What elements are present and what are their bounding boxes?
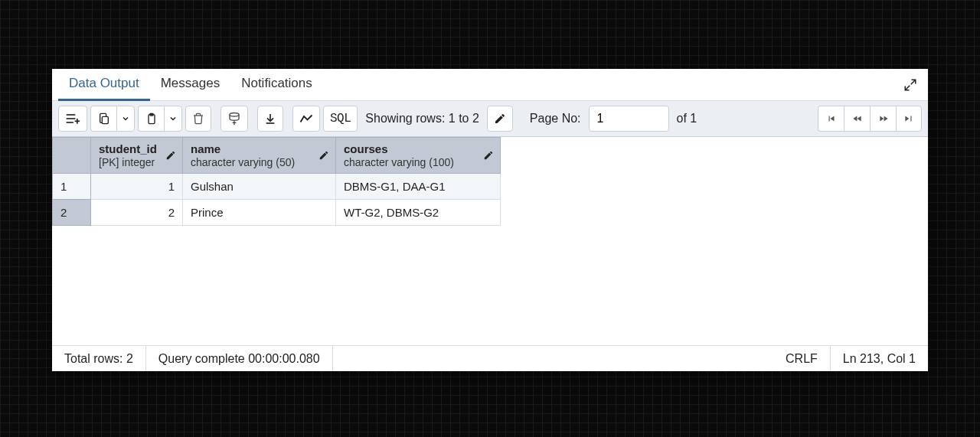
column-name: courses: [344, 142, 492, 155]
line-ending-status[interactable]: CRLF: [773, 346, 831, 371]
tab-notifications[interactable]: Notifications: [230, 68, 323, 101]
status-bar: Total rows: 2 Query complete 00:00:00.08…: [52, 345, 928, 371]
trash-icon: [192, 112, 204, 126]
expand-panel-button[interactable]: [900, 75, 920, 95]
table-row[interactable]: 1 1 Gulshan DBMS-G1, DAA-G1: [53, 174, 501, 200]
expand-icon: [903, 78, 917, 92]
download-icon: [264, 112, 276, 126]
pencil-icon: [483, 150, 494, 161]
cell-courses[interactable]: DBMS-G1, DAA-G1: [336, 174, 501, 200]
first-page-icon: [825, 113, 838, 124]
row-number[interactable]: 1: [53, 174, 91, 200]
column-header-courses[interactable]: courses character varying (100): [336, 138, 501, 174]
last-page-icon: [903, 113, 915, 124]
copy-button[interactable]: [90, 106, 116, 132]
svg-point-8: [230, 113, 239, 117]
column-type: character varying (50): [191, 156, 295, 168]
cell-name[interactable]: Gulshan: [183, 174, 336, 200]
last-page-button[interactable]: [896, 106, 922, 132]
paste-icon: [145, 112, 158, 126]
tab-data-output[interactable]: Data Output: [58, 68, 150, 101]
output-panel: Data Output Messages Notifications: [52, 69, 928, 371]
page-no-input[interactable]: [589, 106, 669, 132]
chart-icon: [299, 113, 313, 124]
cursor-position-status: Ln 213, Col 1: [831, 346, 928, 371]
total-rows-status: Total rows: 2: [52, 346, 146, 371]
cell-student-id[interactable]: 2: [91, 200, 183, 226]
pencil-icon: [165, 150, 176, 161]
svg-rect-5: [102, 116, 108, 123]
column-header-name[interactable]: name character varying (50): [183, 138, 336, 174]
column-name: student_id: [99, 142, 175, 155]
svg-marker-9: [232, 121, 237, 125]
next-page-icon: [877, 113, 890, 124]
prev-page-icon: [851, 113, 864, 124]
tab-messages[interactable]: Messages: [150, 68, 230, 101]
column-header-student-id[interactable]: student_id [PK] integer: [91, 138, 183, 174]
pencil-icon: [494, 113, 506, 125]
prev-page-button[interactable]: [844, 106, 870, 132]
first-page-button[interactable]: [818, 106, 844, 132]
copy-dropdown-button[interactable]: [116, 106, 135, 132]
edit-rows-button[interactable]: [487, 106, 513, 132]
edit-column-icon[interactable]: [483, 150, 494, 161]
chevron-down-icon: [168, 114, 178, 123]
delete-row-button[interactable]: [185, 106, 211, 132]
sql-button[interactable]: SQL: [323, 106, 358, 132]
paste-dropdown-button[interactable]: [164, 106, 182, 132]
result-grid: student_id [PK] integer name character v…: [52, 137, 928, 345]
chevron-down-icon: [121, 114, 130, 123]
of-pages-text: of 1: [672, 112, 702, 126]
query-complete-status: Query complete 00:00:00.080: [146, 346, 333, 371]
save-data-icon: [227, 112, 241, 126]
row-number[interactable]: 2: [53, 200, 91, 226]
column-name: name: [191, 142, 328, 155]
column-type: character varying (100): [344, 156, 454, 168]
edit-column-icon[interactable]: [165, 150, 176, 161]
edit-column-icon[interactable]: [318, 150, 329, 161]
pencil-icon: [318, 150, 329, 161]
table-row[interactable]: 2 2 Prince WT-G2, DBMS-G2: [53, 200, 501, 226]
toolbar: SQL Showing rows: 1 to 2 Page No: of 1: [52, 101, 928, 137]
cell-name[interactable]: Prince: [183, 200, 336, 226]
cell-student-id[interactable]: 1: [91, 174, 183, 200]
sql-label: SQL: [330, 112, 351, 126]
add-row-icon: [65, 113, 80, 125]
page-no-label: Page No:: [525, 112, 586, 126]
graph-button[interactable]: [292, 106, 320, 132]
tabs-bar: Data Output Messages Notifications: [52, 69, 928, 101]
row-number-header[interactable]: [53, 138, 91, 174]
download-button[interactable]: [257, 106, 283, 132]
cell-courses[interactable]: WT-G2, DBMS-G2: [336, 200, 501, 226]
paste-button[interactable]: [138, 106, 164, 132]
save-data-button[interactable]: [220, 106, 248, 132]
showing-rows-text: Showing rows: 1 to 2: [361, 112, 484, 126]
add-row-button[interactable]: [58, 106, 87, 132]
column-type: [PK] integer: [99, 156, 155, 168]
copy-icon: [98, 112, 110, 126]
next-page-button[interactable]: [870, 106, 896, 132]
